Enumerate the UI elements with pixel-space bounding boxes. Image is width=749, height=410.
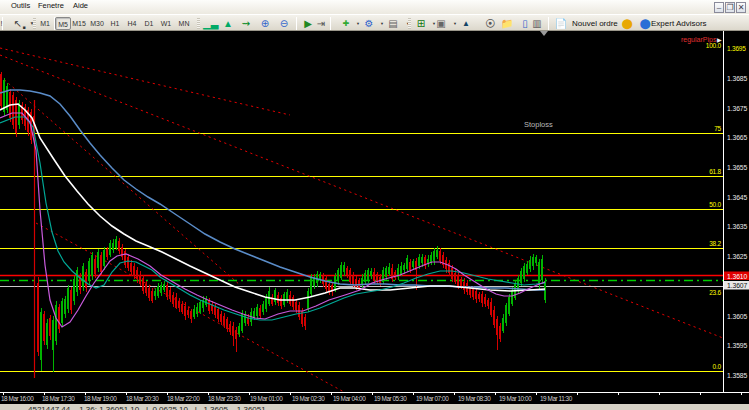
- svg-text:19 Mar 07:00: 19 Mar 07:00: [416, 395, 449, 402]
- svg-text:1.3595: 1.3595: [727, 342, 748, 349]
- svg-text:18 Mar 17:30: 18 Mar 17:30: [42, 395, 75, 402]
- svg-text:▶: ▶: [717, 37, 722, 43]
- svg-text:1.3655: 1.3655: [727, 164, 748, 171]
- svg-text:100.0: 100.0: [706, 42, 722, 49]
- svg-text:18 Mar 20:30: 18 Mar 20:30: [126, 395, 159, 402]
- svg-text:38.2: 38.2: [709, 240, 721, 247]
- svg-text:Stoploss: Stoploss: [524, 120, 553, 129]
- svg-text:61.8: 61.8: [709, 168, 721, 175]
- svg-text:1.3585: 1.3585: [727, 372, 748, 379]
- svg-text:18 Mar 22:00: 18 Mar 22:00: [167, 395, 200, 402]
- svg-text:19 Mar 02:30: 19 Mar 02:30: [292, 395, 325, 402]
- svg-text:1.3607: 1.3607: [727, 282, 748, 289]
- svg-text:1.3685: 1.3685: [727, 75, 748, 82]
- svg-text:regularPips: regularPips: [681, 36, 717, 44]
- svg-text:1.3675: 1.3675: [727, 105, 748, 112]
- svg-text:18 Mar 19:00: 18 Mar 19:00: [84, 395, 117, 402]
- svg-text:18 Mar 16:00: 18 Mar 16:00: [1, 395, 34, 402]
- svg-text:1.3665: 1.3665: [727, 134, 748, 141]
- svg-text:75: 75: [714, 125, 721, 132]
- svg-text:1.3625: 1.3625: [727, 253, 748, 260]
- svg-text:19 Mar 04:00: 19 Mar 04:00: [333, 395, 366, 402]
- svg-text:1.3605: 1.3605: [727, 313, 748, 320]
- svg-text:1.3695: 1.3695: [727, 45, 746, 52]
- svg-text:19 Mar 01:00: 19 Mar 01:00: [250, 395, 283, 402]
- svg-text:1.3645: 1.3645: [727, 194, 748, 201]
- svg-text:19 Mar 11:30: 19 Mar 11:30: [540, 395, 573, 402]
- svg-text:50.0: 50.0: [709, 201, 721, 208]
- svg-text:19 Mar 05:30: 19 Mar 05:30: [374, 395, 407, 402]
- svg-text:1.3610: 1.3610: [727, 273, 748, 280]
- svg-text:0.0: 0.0: [713, 363, 722, 370]
- svg-text:19 Mar 08:30: 19 Mar 08:30: [458, 395, 491, 402]
- svg-text:1.3635: 1.3635: [727, 223, 748, 230]
- svg-text:19 Mar 10:00: 19 Mar 10:00: [499, 395, 532, 402]
- svg-text:18 Mar 23:30: 18 Mar 23:30: [208, 395, 241, 402]
- svg-text:23.6: 23.6: [709, 289, 721, 296]
